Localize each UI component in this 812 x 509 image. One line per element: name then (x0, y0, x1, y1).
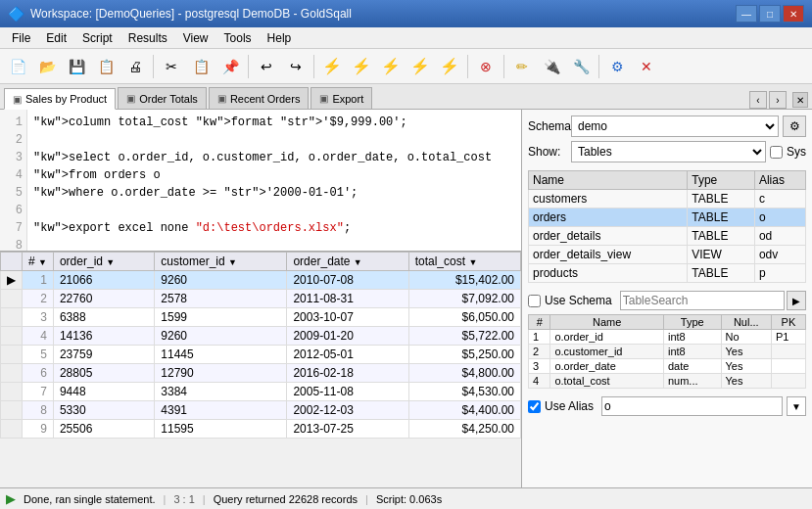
data-table: # ▼order_id ▼customer_id ▼order_date ▼to… (0, 252, 521, 439)
column-cell-pk (771, 345, 805, 359)
column-cell-name: o.order_date (550, 359, 664, 374)
connect-button[interactable]: 🔌 (538, 53, 565, 80)
table-row[interactable]: ▶12106692602010-07-08$15,402.00 (1, 271, 521, 290)
row-indicator (1, 383, 23, 401)
object-cell-name: order_details (529, 227, 688, 246)
column-cell-num: 1 (529, 330, 550, 345)
manage-button[interactable]: ⚙ (603, 53, 631, 80)
cancel-button[interactable]: ✕ (633, 53, 660, 80)
column-row[interactable]: 3o.order_datedateYes (529, 359, 806, 374)
schema-gear-button[interactable]: ⚙ (783, 116, 806, 137)
use-schema-checkbox[interactable] (528, 295, 541, 307)
object-row-orders[interactable]: ordersTABLEo (529, 208, 806, 227)
cell-order_date: 2012-05-01 (287, 346, 408, 364)
print-button[interactable]: 🖨 (121, 53, 149, 80)
exec3-button[interactable]: ⚡ (377, 53, 405, 80)
cell-order_id: 28805 (53, 364, 154, 383)
tab-recent-orders[interactable]: ▣Recent Orders (209, 87, 310, 109)
open-button[interactable]: 📂 (33, 53, 61, 80)
statusbar: ▶ Done, ran single statement. | 3 : 1 | … (0, 487, 812, 509)
object-row-order_details[interactable]: order_detailsTABLEod (529, 227, 806, 246)
maximize-button[interactable]: □ (759, 5, 781, 23)
paste-button[interactable]: 📌 (216, 53, 244, 80)
cell-order_date: 2009-01-20 (287, 327, 408, 346)
menu-item-help[interactable]: Help (260, 29, 300, 47)
menu-item-script[interactable]: Script (74, 29, 120, 47)
menu-item-edit[interactable]: Edit (38, 29, 74, 47)
exec5-button[interactable]: ⚡ (436, 53, 463, 80)
undo-button[interactable]: ↩ (253, 53, 280, 80)
tab-sales-by-product[interactable]: ▣Sales by Product (4, 88, 116, 110)
cell-order_id: 22760 (53, 290, 154, 308)
alias-dropdown-button[interactable]: ▼ (787, 396, 806, 416)
sys-checkbox[interactable] (770, 146, 783, 159)
table-row[interactable]: 3638815992003-10-07$6,050.00 (1, 308, 521, 327)
cell-customer_id: 9260 (155, 327, 287, 346)
table-row[interactable]: 41413692602009-01-20$5,722.00 (1, 327, 521, 346)
use-schema-label: Use Schema (545, 294, 612, 307)
search-go-button[interactable]: ▶ (787, 291, 806, 310)
new-button[interactable]: 📄 (4, 53, 31, 80)
menu-item-tools[interactable]: Tools (216, 29, 260, 47)
menu-item-results[interactable]: Results (120, 29, 175, 47)
table-row[interactable]: 7944833842005-11-08$4,530.00 (1, 383, 521, 401)
table-search-input[interactable] (620, 291, 785, 310)
alias-input[interactable] (601, 396, 783, 416)
save-all-button[interactable]: 📋 (92, 53, 119, 80)
col-header-#: # ▼ (23, 253, 54, 271)
object-row-customers[interactable]: customersTABLEc (529, 190, 806, 208)
menu-item-view[interactable]: View (175, 29, 216, 47)
object-cell-type: TABLE (688, 208, 755, 227)
row-number: 4 (23, 327, 54, 346)
column-row[interactable]: 4o.total_costnum...Yes (529, 374, 806, 389)
status-message: Done, ran single statement. (24, 493, 156, 505)
tab-next-button[interactable]: › (769, 91, 787, 109)
stop-button[interactable]: ⊗ (472, 53, 500, 80)
table-row[interactable]: 8533043912002-12-03$4,400.00 (1, 401, 521, 420)
edit-button[interactable]: ✏ (508, 53, 536, 80)
code-editor[interactable]: 12345678 "kw">column total_cost "kw">for… (0, 110, 521, 252)
exec2-button[interactable]: ⚡ (348, 53, 375, 80)
tab-order-totals[interactable]: ▣Order Totals (118, 87, 207, 109)
use-alias-checkbox[interactable] (528, 400, 541, 413)
object-cell-name: customers (529, 190, 688, 208)
close-button[interactable]: ✕ (783, 5, 804, 23)
column-row[interactable]: 2o.customer_idint8Yes (529, 345, 806, 359)
minimize-button[interactable]: — (736, 5, 757, 23)
table-row[interactable]: 523759114452012-05-01$5,250.00 (1, 346, 521, 364)
tab-prev-button[interactable]: ‹ (749, 91, 767, 109)
table-row[interactable]: 925506115952013-07-25$4,250.00 (1, 420, 521, 439)
schema-select[interactable]: demo (571, 116, 779, 137)
object-row-order_details_view[interactable]: order_details_viewVIEWodv (529, 246, 806, 264)
exec4-button[interactable]: ⚡ (406, 53, 434, 80)
column-cell-nullable: Yes (721, 359, 771, 374)
show-select[interactable]: Tables (571, 141, 766, 162)
right-panel: Schema: demo ⚙ Show: Tables Sys (522, 110, 812, 487)
redo-button[interactable]: ↪ (282, 53, 310, 80)
table-row[interactable]: 628805127902016-02-18$4,800.00 (1, 364, 521, 383)
table-row[interactable]: 22276025782011-08-31$7,092.00 (1, 290, 521, 308)
sys-checkbox-row: Sys (770, 145, 806, 159)
object-cell-type: TABLE (688, 227, 755, 246)
tab-close-button[interactable]: ✕ (792, 92, 808, 108)
tab-export[interactable]: ▣Export (310, 87, 372, 109)
column-row[interactable]: 1o.order_idint8NoP1 (529, 330, 806, 345)
menu-item-file[interactable]: File (4, 29, 38, 47)
row-indicator (1, 308, 23, 327)
copy-button[interactable]: 📋 (187, 53, 215, 80)
cut-button[interactable]: ✂ (158, 53, 185, 80)
column-cell-pk (771, 374, 805, 389)
results-grid: # ▼order_id ▼customer_id ▼order_date ▼to… (0, 252, 521, 487)
toolbar-separator-6 (598, 55, 599, 78)
object-cell-alias: odv (754, 246, 805, 264)
toolbar-separator-2 (248, 55, 249, 78)
save-button[interactable]: 💾 (63, 53, 90, 80)
line-numbers: 12345678 (0, 110, 27, 251)
object-row-products[interactable]: productsTABLEp (529, 264, 806, 283)
tab-icon-export: ▣ (319, 93, 328, 104)
tools-button[interactable]: 🔧 (567, 53, 595, 80)
tab-icon-order-totals: ▣ (126, 93, 135, 104)
columns-section: # Name Type Nul... PK 1o.order_idint8NoP… (528, 314, 806, 393)
exec-button[interactable]: ⚡ (318, 53, 346, 80)
code-content[interactable]: "kw">column total_cost "kw">format "str"… (27, 110, 521, 251)
